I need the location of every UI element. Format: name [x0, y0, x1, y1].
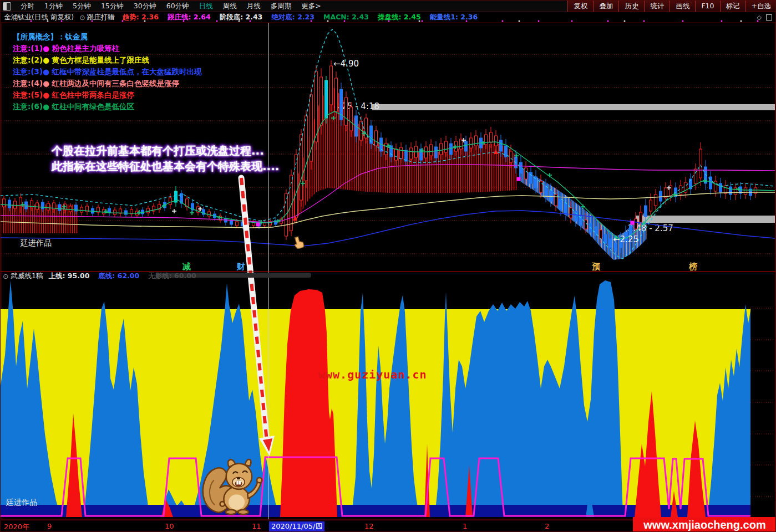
menu-item-1[interactable]: 1分钟: [39, 2, 68, 10]
svg-text:←4.90: ←4.90: [333, 59, 359, 69]
sub-indicator-name: 武威线1稿: [11, 272, 43, 281]
chart-glyph-3: 榜: [688, 262, 697, 272]
metric-5: 操盘线: 2.45: [378, 13, 421, 21]
toolbar-button-3[interactable]: 统计: [644, 1, 670, 12]
author-watermark-sub: 廷进作品: [6, 498, 37, 508]
metric-1: 跟庄线: 2.64: [168, 13, 211, 21]
diamond-icon[interactable]: ◇: [757, 14, 762, 21]
ad-banner: www.xmjiaocheng.com: [633, 517, 776, 532]
metric-0: 趋势: 2.36: [123, 13, 159, 21]
chart-glyph-1: 财: [236, 262, 245, 272]
menu-item-0[interactable]: 分时: [16, 2, 39, 10]
note-line-3: 注意:(3)● 红框中带深蓝柱是最低点，在大盘猛跌时出现: [13, 66, 202, 78]
collapse-circle-icon[interactable]: ⊙: [79, 13, 85, 22]
toolbar-button-7[interactable]: +自选: [745, 1, 776, 12]
metric-3: 绝对底: 2.23: [271, 13, 315, 21]
metric-4: MACN: 2.43: [323, 13, 369, 21]
trading-app-window: 4.25 - 4:182.48 - 2.57←4.90←2.25减财预榜 分时1…: [0, 0, 776, 532]
toolbar-button-6[interactable]: 标记: [720, 1, 745, 12]
menu-item-10[interactable]: 更多>: [296, 2, 326, 10]
callout-line-2: 此指标在这些特征处也基本会有个特殊表现....: [52, 158, 279, 174]
chart-glyph-0: 减: [182, 262, 191, 272]
menu-item-9[interactable]: 多周期: [266, 2, 297, 10]
axis-tick-1: 9: [47, 522, 52, 530]
note-line-2: 注意:(2)● 黄色方框是能量线上了跟庄线: [13, 54, 202, 66]
annotation-callout: 个股在拉升前基本都有个打压或洗盘过程... 此指标在这些特征处也基本会有个特殊表…: [52, 143, 279, 174]
menu-item-4[interactable]: 30分钟: [129, 2, 161, 10]
menu-item-3[interactable]: 15分钟: [96, 2, 129, 10]
metric-2: 阶段底: 2.43: [220, 13, 263, 21]
metric-6: 能量线1: 2.36: [430, 13, 478, 21]
sub-param-shadow: 无影线: 60.00: [148, 272, 196, 281]
squirrel-mascot: [199, 447, 265, 520]
period-menu: 分时1分钟5分钟15分钟30分钟60分钟日线周线月线多周期更多>: [16, 2, 326, 11]
app-logo-icon[interactable]: [3, 2, 11, 11]
toolbar-button-1[interactable]: 叠加: [593, 1, 618, 12]
note-line-5: 注意:(5)● 红色柱中带两条白是涨停: [13, 89, 202, 101]
toolbar-right: 复权叠加历史统计画线F10标记+自选: [567, 1, 776, 12]
menu-item-5[interactable]: 60分钟: [161, 2, 194, 10]
note-line-4: 注意:(4)● 红柱两边及中间有三条白色竖线是涨停: [13, 78, 202, 89]
axis-highlight-date: 2020/11/05/四: [269, 521, 324, 531]
axis-tick-0: 2020年: [4, 522, 29, 532]
axis-tick-6: 2: [545, 522, 549, 530]
axis-tick-4: 12: [364, 522, 374, 530]
note-line-1: 注意:(1)● 粉色柱是主力吸筹柱: [13, 43, 202, 54]
toolbar-button-2[interactable]: 历史: [618, 1, 644, 12]
chart-title-bar: 金浦钛业(日线 前复权) ⊙ 跟庄打猎 趋势: 2.36跟庄线: 2.64阶段底…: [1, 12, 776, 23]
sub-param-lower: 底线: 62.00: [98, 272, 139, 281]
callout-line-1: 个股在拉升前基本都有个打压或洗盘过程...: [52, 143, 279, 158]
axis-tick-2: 10: [165, 522, 174, 530]
top-menu-bar: 分时1分钟5分钟15分钟30分钟60分钟日线周线月线多周期更多> 复权叠加历史统…: [1, 1, 776, 12]
svg-text:←2.25: ←2.25: [613, 234, 638, 244]
titlebar-icons: ◇: [757, 12, 772, 23]
chart-glyph-2: 预: [591, 262, 601, 272]
menu-item-7[interactable]: 周线: [218, 2, 242, 10]
maximize-icon[interactable]: [766, 14, 772, 21]
axis-tick-3: 11: [252, 522, 261, 530]
menu-item-6[interactable]: 日线: [194, 2, 218, 10]
hand-cursor-icon: [293, 236, 305, 249]
menu-item-2[interactable]: 5分钟: [68, 2, 96, 10]
symbol-name: 金浦钛业(日线 前复权): [4, 13, 74, 22]
axis-tick-5: 1: [463, 522, 467, 530]
toolbar-button-0[interactable]: 复权: [567, 1, 593, 12]
toolbar-button-4[interactable]: 画线: [670, 1, 695, 12]
author-watermark-main: 廷进作品: [21, 238, 52, 248]
site-watermark: www.guziyuan.cn: [318, 368, 427, 381]
notes-header: 【所属概念】：钛金属: [13, 31, 202, 43]
toolbar-button-5[interactable]: F10: [695, 1, 719, 12]
sub-indicator-bar: ⊙ 武威线1稿 上线: 95.00 底线: 62.00 无影线: 60.00: [1, 272, 776, 280]
collapse-circle-icon[interactable]: ⊙: [3, 272, 8, 280]
concept-notes: 【所属概念】：钛金属注意:(1)● 粉色柱是主力吸筹柱注意:(2)● 黄色方框是…: [13, 31, 202, 112]
note-line-6: 注意:(6)● 红柱中间有绿色是低位区: [13, 101, 202, 112]
sub-param-upper: 上线: 95.00: [48, 272, 89, 281]
menu-item-8[interactable]: 月线: [242, 2, 266, 10]
indicator-name: 跟庄打猎: [87, 13, 115, 22]
indicator-metrics: 趋势: 2.36跟庄线: 2.64阶段底: 2.43绝对底: 2.23MACN:…: [123, 13, 486, 22]
